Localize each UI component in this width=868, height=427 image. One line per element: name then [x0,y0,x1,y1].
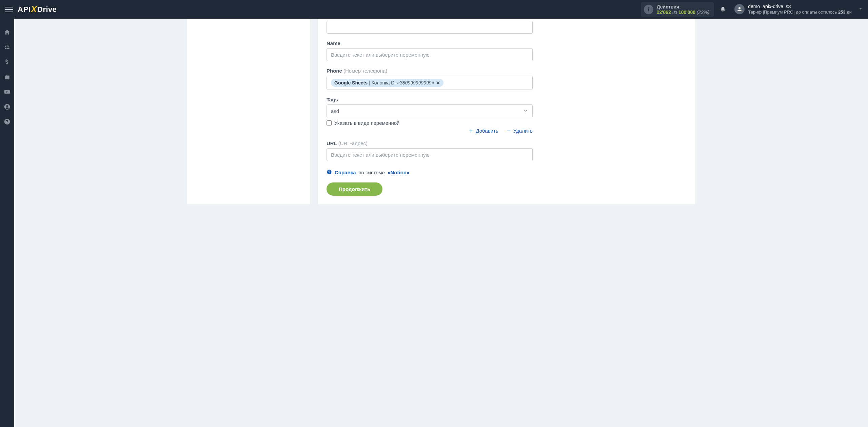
menu-toggle-button[interactable] [5,5,13,14]
question-circle-icon [4,118,11,125]
user-icon [736,6,743,12]
tags-as-variable-checkbox[interactable]: Указать в виде переменной [327,120,533,126]
youtube-icon [4,89,11,95]
remove-pill-button[interactable]: ✕ [436,80,440,86]
user-name: demo_apix-drive_s3 [748,4,852,9]
brand-post: Drive [37,5,57,14]
brand-x-icon: X [31,4,37,15]
user-subline: Тариф |Премиум PRO| до оплаты осталось 2… [748,9,852,15]
rail-account[interactable] [0,100,14,114]
form-card: Name Phone (Номер телефона) [318,19,695,205]
minus-icon [506,128,511,134]
phone-input[interactable] [446,80,528,86]
left-rail [0,19,14,427]
user-menu-chevron[interactable] [858,6,863,13]
help-system-name: «Notion» [388,170,409,175]
bell-icon [720,6,726,13]
actions-label: Действия: [657,4,710,9]
help-circle-icon [327,169,332,176]
notifications-button[interactable] [716,6,730,13]
brand-logo[interactable]: API X Drive [18,4,57,15]
user-menu[interactable]: demo_apix-drive_s3 Тариф |Премиум PRO| д… [734,4,852,15]
home-icon [4,29,11,36]
dollar-icon [4,59,11,65]
add-link[interactable]: Добавить [468,128,498,134]
rail-briefcase[interactable] [0,70,14,84]
sitemap-icon [4,44,11,51]
top-bar: API X Drive i Действия: 22'062 из 100'00… [0,0,868,19]
url-input-wrapper[interactable] [327,148,533,161]
rail-billing[interactable] [0,55,14,69]
continue-button[interactable]: Продолжить [327,182,382,196]
rail-connections[interactable] [0,40,14,54]
left-panel-card [187,19,310,205]
top-field-input[interactable] [327,21,533,34]
name-input-wrapper[interactable] [327,48,533,61]
user-circle-icon [4,103,11,110]
help-row: Справка по системе «Notion» [327,169,533,176]
url-label: URL (URL-адрес) [327,140,533,146]
phone-label: Phone (Номер телефона) [327,68,533,74]
rail-home[interactable] [0,25,14,39]
main-scroll[interactable]: Name Phone (Номер телефона) [14,19,868,427]
avatar [734,4,745,14]
chevron-down-icon [523,108,528,114]
tags-as-variable-input[interactable] [327,120,332,125]
actions-value: 22'062 из 100'000 (22%) [657,9,710,15]
rail-videos[interactable] [0,85,14,99]
brand-pre: API [18,5,31,14]
rail-help[interactable] [0,115,14,129]
tags-label: Tags [327,97,533,102]
remove-link[interactable]: Удалить [506,128,533,134]
plus-icon [468,128,474,134]
name-input[interactable] [331,52,528,58]
tags-selected-value: asd [331,108,339,114]
url-input[interactable] [331,152,528,158]
help-link[interactable]: Справка [335,170,356,175]
tags-select[interactable]: asd [327,104,533,117]
name-label: Name [327,40,533,46]
chevron-down-icon [858,6,863,12]
info-icon: i [644,5,653,14]
phone-input-wrapper[interactable]: Google Sheets | Колонка D: «380999999999… [327,76,533,90]
phone-variable-pill[interactable]: Google Sheets | Колонка D: «380999999999… [331,79,443,87]
top-input[interactable] [331,24,528,30]
briefcase-icon [4,74,11,80]
actions-counter[interactable]: i Действия: 22'062 из 100'000 (22%) [641,2,714,17]
